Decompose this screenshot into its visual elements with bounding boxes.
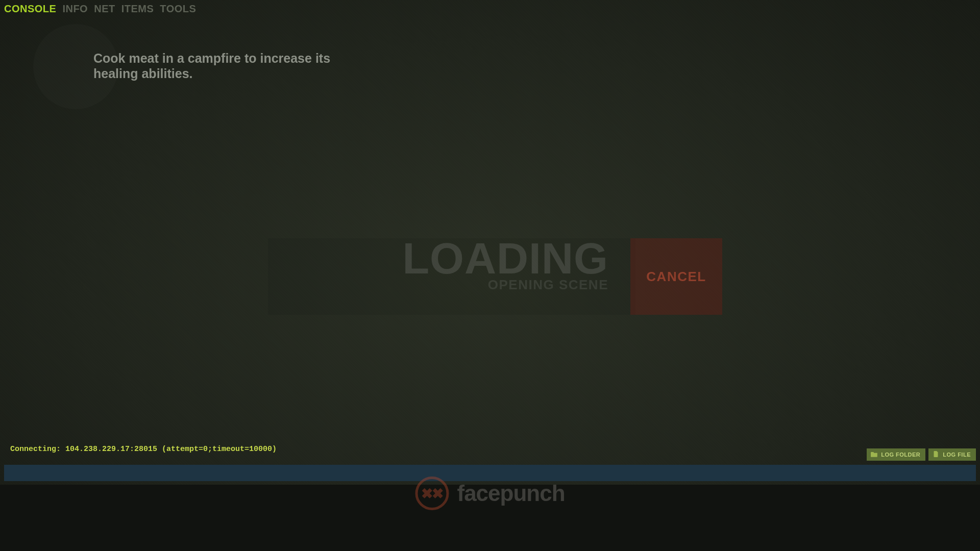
brand-mark-icon: ✖✖ bbox=[415, 477, 449, 510]
log-folder-label: LOG FOLDER bbox=[881, 452, 920, 458]
brand-name: facepunch bbox=[457, 481, 565, 506]
tab-tools[interactable]: TOOLS bbox=[160, 3, 196, 15]
log-file-button[interactable]: LOG FILE bbox=[928, 448, 976, 461]
log-buttons: LOG FOLDER LOG FILE bbox=[867, 448, 976, 461]
loading-title: LOADING bbox=[402, 239, 608, 278]
tab-info[interactable]: INFO bbox=[62, 3, 88, 15]
cancel-button[interactable]: CANCEL bbox=[630, 238, 722, 315]
loading-hint-text: Cook meat in a campfire to increase its … bbox=[93, 51, 354, 81]
brand-logo: ✖✖ facepunch bbox=[415, 477, 565, 510]
tab-console[interactable]: CONSOLE bbox=[4, 3, 56, 15]
log-file-label: LOG FILE bbox=[943, 452, 971, 458]
tab-net[interactable]: NET bbox=[94, 3, 115, 15]
folder-icon bbox=[871, 451, 878, 458]
log-folder-button[interactable]: LOG FOLDER bbox=[867, 448, 925, 461]
tab-items[interactable]: ITEMS bbox=[121, 3, 154, 15]
file-icon bbox=[933, 451, 940, 458]
debug-tab-bar: CONSOLE INFO NET ITEMS TOOLS bbox=[4, 3, 196, 15]
console-log-line: Connecting: 104.238.229.17:28015 (attemp… bbox=[10, 445, 277, 454]
brand-glyph: ✖✖ bbox=[421, 485, 443, 502]
loading-status: LOADING OPENING SCENE bbox=[402, 239, 608, 293]
loading-screen: CONSOLE INFO NET ITEMS TOOLS Cook meat i… bbox=[0, 0, 980, 551]
